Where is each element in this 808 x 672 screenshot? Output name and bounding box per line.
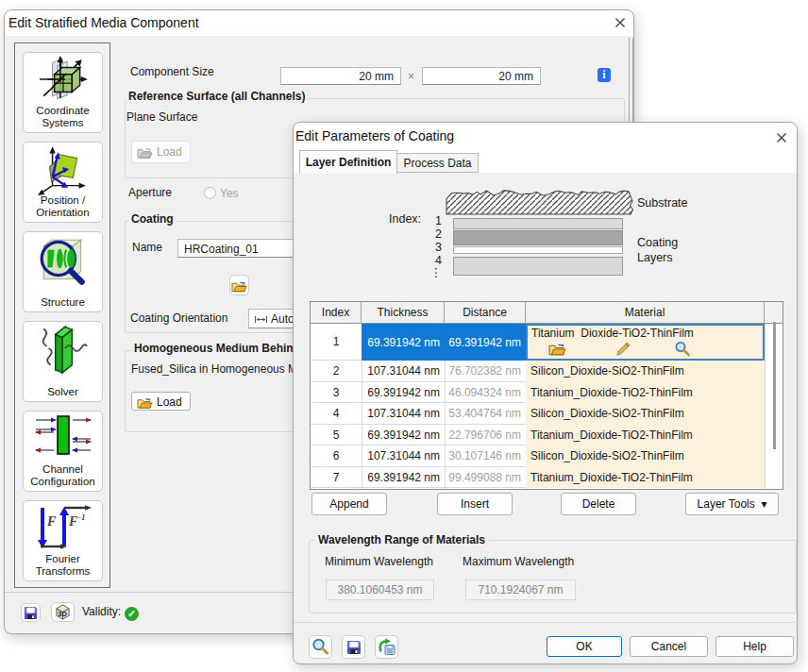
- svg-text:3D: 3D: [58, 610, 67, 618]
- svg-text:-1: -1: [78, 512, 86, 522]
- svg-text:F: F: [46, 514, 57, 529]
- svg-text:F: F: [68, 514, 78, 529]
